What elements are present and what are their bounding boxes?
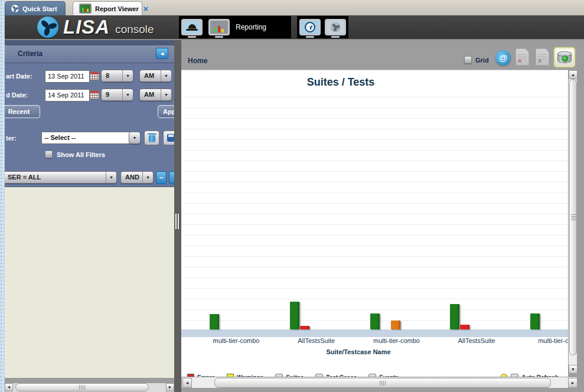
- user-filter-dropdown[interactable]: SER = ALL ▼: [5, 171, 117, 184]
- filter-label: ter:: [6, 135, 17, 142]
- reporting-nav-button[interactable]: Reporting: [205, 16, 291, 38]
- recent-button[interactable]: Recent: [5, 105, 40, 118]
- left-horizontal-scrollbar[interactable]: ◄ ►: [5, 383, 174, 392]
- chart-vertical-scrollbar[interactable]: ▲ ▼: [568, 70, 578, 373]
- end-date-input[interactable]: 14 Sep 2011: [45, 89, 90, 102]
- panel-splitter[interactable]: [174, 40, 181, 392]
- start-hour-dropdown[interactable]: 8 ▼: [101, 70, 133, 82]
- scroll-down-icon[interactable]: ▼: [569, 365, 578, 374]
- criteria-header: Criteria ◄: [5, 45, 174, 63]
- save-disk-icon: [167, 134, 175, 142]
- calendar-icon[interactable]: [90, 90, 99, 99]
- tab-quick-start[interactable]: Quick Start: [5, 1, 66, 15]
- add-filter-row-button[interactable]: [169, 171, 174, 184]
- bar-red[interactable]: [460, 325, 469, 329]
- tab-report-viewer[interactable]: Report Viewer ×: [73, 1, 142, 15]
- start-meridiem-dropdown[interactable]: AM ▼: [139, 70, 172, 82]
- console-pinwheel-button[interactable]: [322, 16, 348, 38]
- x-axis-category-label: AllTestsSuite: [432, 337, 521, 344]
- trash-icon: [149, 135, 155, 142]
- bar-green[interactable]: [210, 314, 219, 329]
- delete-filter-button[interactable]: [144, 130, 159, 145]
- chevron-down-icon: ▼: [161, 89, 171, 100]
- filter-results-area: [5, 187, 174, 378]
- scroll-up-icon[interactable]: ▲: [569, 70, 578, 79]
- x-axis-title: Suite/Testcase Name: [181, 348, 536, 355]
- bar-green[interactable]: [450, 304, 459, 329]
- collapse-panel-button[interactable]: ◄: [156, 48, 168, 59]
- splitter-grip-icon: [175, 214, 180, 229]
- tab-label: Quick Start: [22, 5, 57, 12]
- desktop-edge: [0, 0, 5, 392]
- end-meridiem-dropdown[interactable]: AM ▼: [139, 89, 172, 101]
- database-source-button[interactable]: [554, 47, 575, 67]
- bar-green[interactable]: [290, 302, 299, 329]
- lisa-pinwheel-icon: [37, 17, 58, 38]
- scheduler-clock-button[interactable]: [297, 16, 323, 38]
- chevron-down-icon: ▼: [129, 132, 140, 143]
- x-axis-category-label: AllTestsSuite: [272, 337, 361, 344]
- end-hour-dropdown[interactable]: 9 ▼: [101, 89, 133, 101]
- dropdown-value: 8: [102, 70, 122, 81]
- grid-label: Grid: [475, 57, 489, 64]
- monitor-chart-icon: [79, 4, 92, 14]
- excel-icon: X: [538, 58, 541, 64]
- show-all-filters-label: Show All Filters: [57, 151, 105, 158]
- main-area: Criteria ◄ art Date: 13 Sep 2011 8 ▼ AM …: [5, 40, 584, 392]
- scroll-right-icon[interactable]: ►: [568, 378, 578, 388]
- operator-dropdown[interactable]: AND ▼: [120, 171, 154, 184]
- tab-bar: Quick Start Report Viewer ×: [5, 0, 584, 15]
- bar-green[interactable]: [530, 313, 540, 329]
- dropdown-value: AND: [121, 172, 142, 183]
- apply-button[interactable]: Appl: [158, 105, 174, 118]
- criteria-title: Criteria: [18, 50, 43, 58]
- end-date-label: d Date:: [6, 92, 28, 99]
- chart-monitor-icon: [208, 19, 230, 35]
- chevron-down-icon: ▼: [142, 172, 153, 183]
- bar-orange[interactable]: [391, 321, 400, 329]
- lisa-console-app: Quick Start Report Viewer × LISA console: [5, 0, 584, 392]
- filter-select-value[interactable]: -- Select --: [41, 132, 130, 144]
- close-tab-icon[interactable]: ×: [143, 5, 148, 13]
- scrollbar-thumb[interactable]: [569, 79, 577, 355]
- criteria-panel: Criteria ◄ art Date: 13 Sep 2011 8 ▼ AM …: [5, 40, 174, 392]
- chart-horizontal-scrollbar[interactable]: ◄ ►: [181, 377, 578, 388]
- pinwheel-icon: [331, 22, 340, 32]
- hat-monitor-icon: [181, 19, 203, 35]
- scroll-left-icon[interactable]: ◄: [182, 378, 192, 388]
- scrollbar-thumb[interactable]: [214, 378, 551, 388]
- scrollbar-thumb[interactable]: [15, 383, 149, 391]
- pinwheel-icon: [11, 5, 19, 12]
- application-window: Quick Start Report Viewer × LISA console: [0, 0, 584, 392]
- export-pdf-button[interactable]: A: [516, 48, 529, 66]
- save-filter-button[interactable]: [163, 130, 174, 145]
- admin-hat-button[interactable]: [179, 16, 205, 38]
- calendar-icon[interactable]: [90, 71, 99, 80]
- breadcrumb[interactable]: Home: [188, 57, 207, 65]
- dropdown-value: AM: [140, 89, 161, 100]
- dropdown-value: SER = ALL: [5, 172, 106, 183]
- x-axis-category-label: multi-tier-combo: [353, 337, 441, 344]
- scroll-right-icon[interactable]: ►: [166, 383, 174, 391]
- scroll-left-icon[interactable]: ◄: [5, 383, 13, 391]
- reporting-label: Reporting: [236, 23, 266, 31]
- email-report-button[interactable]: @: [495, 50, 511, 66]
- x-axis-category-label: multi-tier-con: [513, 337, 568, 344]
- panel-top-strip: [5, 40, 174, 45]
- chevron-down-icon: ▼: [161, 70, 171, 81]
- bar-green[interactable]: [370, 313, 380, 329]
- report-panel: Home Grid @ A X Suites / Tests multi-t: [181, 40, 584, 392]
- filter-select-arrow[interactable]: ▼: [129, 132, 141, 144]
- bar-red[interactable]: [300, 326, 309, 329]
- show-all-filters-checkbox[interactable]: [45, 151, 53, 158]
- start-date-label: art Date:: [6, 73, 32, 80]
- grid-checkbox[interactable]: [464, 56, 472, 64]
- x-axis-category-label: multi-tier-combo: [192, 337, 280, 344]
- app-header: LISA console Reporting: [5, 15, 584, 39]
- export-excel-button[interactable]: X: [536, 48, 549, 66]
- logo-text: LISA: [63, 16, 110, 38]
- remove-filter-row-button[interactable]: −: [156, 171, 167, 184]
- database-icon: [557, 52, 572, 63]
- start-date-input[interactable]: 13 Sep 2011: [45, 70, 90, 83]
- lisa-logo: LISA console: [37, 17, 154, 38]
